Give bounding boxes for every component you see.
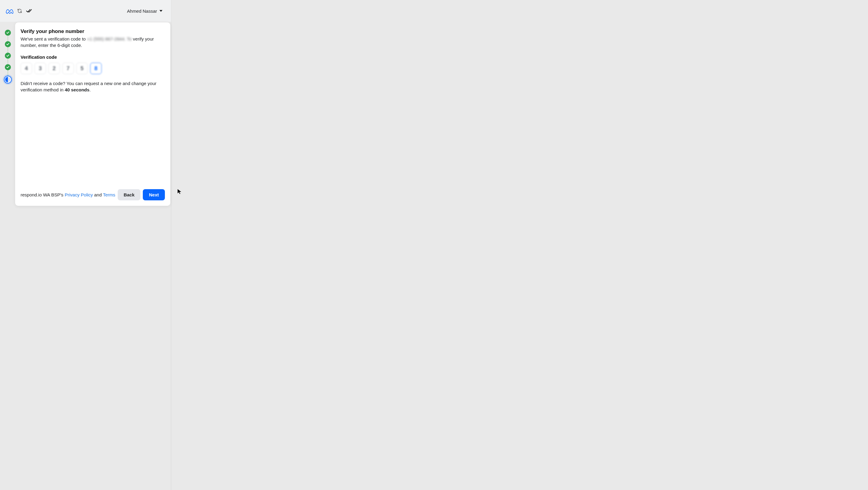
code-digit-4[interactable]: [62, 63, 74, 74]
resend-suffix: .: [90, 87, 91, 92]
verification-card: Verify your phone number We've sent a ve…: [15, 22, 170, 206]
code-digit-6[interactable]: [90, 63, 102, 74]
right-empty-area: [171, 0, 868, 490]
code-digit-3[interactable]: [49, 63, 60, 74]
code-input-row: [21, 63, 165, 74]
double-check-icon: [26, 8, 33, 13]
verification-code-label: Verification code: [21, 55, 165, 60]
subtitle-prefix: We've sent a verification code to: [21, 36, 87, 41]
top-bar-left: [5, 7, 33, 15]
chevron-down-icon: [159, 10, 162, 12]
step-indicator-2: [5, 41, 11, 47]
legal-text: respond.io WA BSP's Privacy Policy and T…: [21, 192, 115, 197]
step-rail: [1, 22, 14, 490]
refresh-icon[interactable]: [17, 8, 22, 13]
privacy-policy-link[interactable]: Privacy Policy: [65, 192, 93, 197]
code-digit-1[interactable]: [21, 63, 32, 74]
step-indicator-5-current: [4, 76, 12, 84]
half-circle-icon: [5, 77, 10, 82]
step-indicator-4: [5, 64, 11, 70]
legal-mid: and: [93, 192, 103, 197]
app-root: Ahmed Nassar: [0, 0, 868, 490]
code-digit-2[interactable]: [34, 63, 46, 74]
account-name: Ahmed Nassar: [127, 8, 157, 13]
card-footer: respond.io WA BSP's Privacy Policy and T…: [21, 189, 165, 201]
meta-logo-icon: [5, 7, 13, 15]
resend-text: Didn't receive a code? You can request a…: [21, 80, 165, 93]
next-button[interactable]: Next: [143, 189, 165, 201]
card-title: Verify your phone number: [21, 28, 165, 34]
resend-countdown: 40 seconds: [65, 87, 90, 92]
content-row: Verify your phone number We've sent a ve…: [0, 22, 171, 490]
legal-prefix: respond.io WA BSP's: [21, 192, 65, 197]
terms-link[interactable]: Terms: [103, 192, 115, 197]
card-subtitle: We've sent a verification code to +1 (55…: [21, 36, 165, 49]
code-digit-5[interactable]: [76, 63, 88, 74]
step-indicator-1: [5, 30, 11, 36]
back-button[interactable]: Back: [118, 189, 141, 201]
step-indicator-3: [5, 53, 11, 59]
top-bar: Ahmed Nassar: [0, 0, 171, 22]
subtitle-masked-phone: +1 (555) 867-2844. To: [87, 36, 132, 41]
button-group: Back Next: [118, 189, 165, 201]
left-pane: Ahmed Nassar: [0, 0, 171, 490]
account-dropdown[interactable]: Ahmed Nassar: [124, 7, 165, 16]
